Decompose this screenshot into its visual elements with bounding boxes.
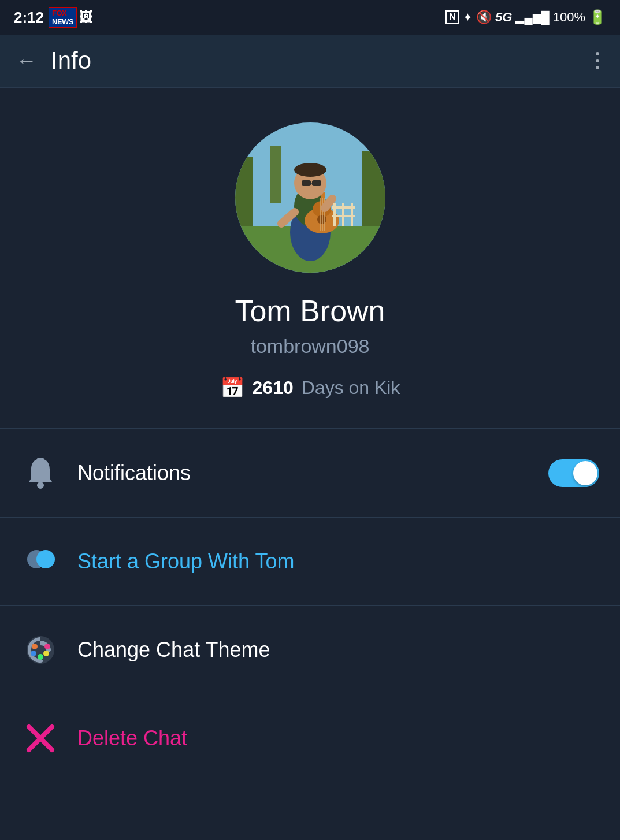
svg-point-18 xyxy=(294,163,326,177)
toggle-knob xyxy=(573,461,597,485)
group-icon-container xyxy=(21,542,60,581)
back-button[interactable]: ← xyxy=(16,50,37,71)
palette-icon-container xyxy=(21,630,60,670)
profile-username: tombrown098 xyxy=(250,335,369,358)
svg-rect-27 xyxy=(37,458,44,461)
more-options-button[interactable] xyxy=(591,47,604,74)
notifications-item[interactable]: Notifications xyxy=(0,429,620,518)
palette-icon xyxy=(24,634,57,666)
profile-section: Tom Brown tombrown098 📅 2610 Days on Kik xyxy=(0,88,620,428)
avatar[interactable] xyxy=(235,122,385,273)
start-group-item[interactable]: Start a Group With Tom xyxy=(0,518,620,606)
battery-icon: 🔋 xyxy=(589,9,606,25)
days-count: 2610 xyxy=(253,377,294,399)
menu-section: Notifications Start a Group With Tom xyxy=(0,428,620,782)
profile-name: Tom Brown xyxy=(235,293,385,328)
battery-label: 100% xyxy=(553,10,585,25)
days-label: Days on Kik xyxy=(302,377,400,399)
5g-label: 5G xyxy=(495,10,512,25)
x-icon-container xyxy=(21,719,60,758)
status-time-area: 2:12 FOXNEWS 🖼 xyxy=(14,7,93,28)
app-bar: ← Info xyxy=(0,35,620,87)
svg-rect-4 xyxy=(270,146,281,203)
dot2 xyxy=(596,59,599,62)
notifications-label: Notifications xyxy=(77,461,191,485)
nfc-icon: N xyxy=(445,10,459,24)
notifications-toggle[interactable] xyxy=(548,459,599,487)
change-theme-item[interactable]: Change Chat Theme xyxy=(0,606,620,694)
delete-icon xyxy=(25,723,55,753)
start-group-label: Start a Group With Tom xyxy=(77,549,294,574)
svg-rect-24 xyxy=(332,206,355,209)
toggle-switch[interactable] xyxy=(548,459,599,487)
dot1 xyxy=(596,52,599,55)
status-time: 2:12 xyxy=(14,9,44,27)
svg-rect-25 xyxy=(332,215,355,217)
group-icon xyxy=(23,547,58,577)
app-bar-left: ← Info xyxy=(16,47,91,75)
page-title: Info xyxy=(51,47,91,75)
svg-point-31 xyxy=(32,644,38,649)
status-bar: 2:12 FOXNEWS 🖼 N ✦ 🔇 5G ▂▄▆█ 100% 🔋 xyxy=(0,0,620,35)
svg-point-34 xyxy=(43,651,49,656)
days-on-kik: 📅 2610 Days on Kik xyxy=(220,376,400,399)
svg-point-35 xyxy=(44,644,50,649)
svg-point-10 xyxy=(317,215,326,224)
svg-rect-2 xyxy=(235,157,253,226)
change-theme-label: Change Chat Theme xyxy=(77,638,270,662)
svg-point-29 xyxy=(36,550,55,568)
status-icons-area: N ✦ 🔇 5G ▂▄▆█ 100% 🔋 xyxy=(445,9,606,25)
svg-point-33 xyxy=(38,654,43,660)
bell-icon-container xyxy=(21,454,60,493)
svg-point-26 xyxy=(37,482,44,489)
mute-icon: 🔇 xyxy=(476,10,492,25)
delete-chat-label: Delete Chat xyxy=(77,726,187,750)
fox-news-icon: FOXNEWS xyxy=(49,7,77,28)
avatar-image xyxy=(235,122,385,273)
signal-icon: ▂▄▆█ xyxy=(515,10,549,24)
delete-chat-item[interactable]: Delete Chat xyxy=(0,694,620,782)
calendar-icon: 📅 xyxy=(220,376,244,399)
dot3 xyxy=(596,66,599,69)
bell-icon xyxy=(25,456,55,490)
svg-rect-3 xyxy=(362,151,385,226)
svg-rect-15 xyxy=(302,180,311,186)
svg-rect-16 xyxy=(312,180,321,186)
svg-point-32 xyxy=(31,651,36,656)
bluetooth-icon: ✦ xyxy=(463,10,473,24)
image-icon: 🖼 xyxy=(79,9,93,25)
